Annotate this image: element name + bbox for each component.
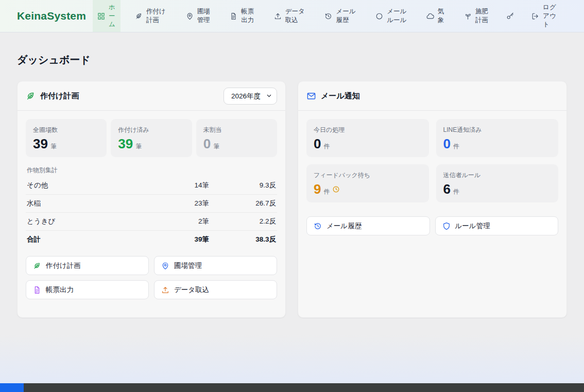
nav-item-field-management[interactable]: 圃場管理 [181,0,216,32]
nav-item-label: メール履歴 [336,7,356,25]
planting-quick-links: 作付け計画 圃場管理 帳票出力 データ取込 [26,256,277,299]
upload-icon [274,12,282,20]
stat-sender-rules: 送信者ルール 6 件 [436,164,559,202]
button-label: 作付け計画 [46,261,81,270]
stat-label: 作付け済み [118,126,184,134]
stat-planted-fields: 作付け済み 39 筆 [111,119,192,157]
cards-row: 作付け計画 2026年度 全圃場数 39 筆 [17,81,567,318]
field-stats-row: 全圃場数 39 筆 作付け済み 39 筆 未割当 [26,119,277,157]
stat-unit: 件 [323,142,330,151]
nav-menu: ホーム 作付け計画 圃場管理 帳票出力 データ取込 メール履歴 メールルール [93,0,584,32]
rule-management-button[interactable]: ルール管理 [435,216,559,235]
nav-item-label: ログアウト [543,3,557,29]
stat-label: LINE通知済み [443,126,552,134]
mail-stats-grid: 今日の処理 0 件 LINE通知済み 0 件 フ [306,119,558,202]
top-navbar: KeinaSystem ホーム 作付け計画 圃場管理 帳票出力 データ取込 メー… [0,0,584,32]
document-icon [230,12,237,20]
cloud-icon [426,12,434,20]
circle-icon [375,12,383,20]
nav-item-mail-rules[interactable]: メールルール [371,0,412,32]
leaf-icon [26,91,36,101]
key-icon [506,12,514,20]
button-label: 圃場管理 [174,261,202,270]
stat-today-processed: 今日の処理 0 件 [306,119,429,157]
planting-plan-card-body: 全圃場数 39 筆 作付け済み 39 筆 未割当 [18,111,285,308]
stat-value: 0 [203,137,211,150]
stat-line-notified: LINE通知済み 0 件 [436,119,559,157]
year-select-wrap: 2026年度 [224,88,277,105]
button-label: 帳票出力 [46,285,74,295]
stat-unit: 筆 [213,142,219,151]
bottom-taskbar [0,383,584,392]
crop-name: 水稲 [27,199,147,208]
mail-card-header: メール通知 [298,81,566,111]
stat-total-fields: 全圃場数 39 筆 [26,119,107,157]
planting-plan-card: 作付け計画 2026年度 全圃場数 39 筆 [17,81,286,318]
button-label: ルール管理 [455,221,490,231]
planting-plan-button[interactable]: 作付け計画 [26,256,149,275]
table-row: その他 14筆 9.3反 [26,177,277,195]
stat-unit: 筆 [135,142,142,151]
stat-unit: 件 [453,142,459,151]
nav-item-report-output[interactable]: 帳票出力 [225,0,260,32]
main-content: ダッシュボード 作付け計画 2026年度 全圃場数 [0,32,584,383]
nav-item-label: 施肥計画 [475,7,489,25]
stat-feedback-waiting: フィードバック待ち 9 件 [306,164,429,202]
leaf-icon [135,12,143,20]
button-label: メール履歴 [327,221,362,231]
nav-item-label: 作付け計画 [146,7,167,25]
map-pin-icon [186,12,194,20]
report-output-button[interactable]: 帳票出力 [26,280,149,299]
brand-logo[interactable]: KeinaSystem [0,0,93,32]
year-select[interactable]: 2026年度 [224,88,277,105]
table-row: 水稲 23筆 26.7反 [26,195,277,213]
stat-value: 0 [314,137,321,150]
crop-area: 26.7反 [209,199,276,208]
data-import-button[interactable]: データ取込 [154,280,277,299]
nav-item-data-import[interactable]: データ取込 [269,0,311,32]
leaf-icon [33,262,41,270]
crop-summary-heading: 作物別集計 [27,166,276,175]
nav-item-mail-history[interactable]: メール履歴 [320,0,361,32]
history-icon [314,222,322,230]
sprout-icon [464,12,472,20]
nav-item-logout[interactable]: ログアウト [527,0,561,32]
clock-icon [332,185,340,193]
stat-label: 未割当 [203,126,270,134]
history-icon [324,12,332,20]
planting-plan-card-header: 作付け計画 2026年度 [18,81,285,111]
password-key-button[interactable] [503,0,517,32]
crop-summary-table: その他 14筆 9.3反 水稲 23筆 26.7反 とうきび 2筆 2.2反 [26,177,277,248]
stat-unit: 件 [453,188,459,196]
crop-count: 39筆 [147,235,209,244]
mail-notification-card: メール通知 今日の処理 0 件 LINE通知済み 0 [298,81,567,318]
crop-count: 23筆 [147,199,209,208]
stat-value: 6 [443,182,451,196]
field-management-button[interactable]: 圃場管理 [154,256,277,275]
nav-item-weather[interactable]: 気象 [422,0,450,32]
stat-value: 39 [33,137,48,150]
nav-item-label: メールルール [387,7,407,25]
stat-label: 全圃場数 [33,126,99,134]
stat-unassigned-fields: 未割当 0 筆 [196,119,277,157]
stat-value: 0 [443,137,451,150]
nav-item-label: 気象 [438,7,445,25]
mail-history-button[interactable]: メール履歴 [306,216,430,235]
nav-item-fertilization-plan[interactable]: 施肥計画 [459,0,494,32]
upload-icon [161,286,169,294]
mail-card-body: 今日の処理 0 件 LINE通知済み 0 件 フ [298,111,566,244]
crop-area: 38.3反 [209,235,276,244]
nav-item-planting-plan[interactable]: 作付け計画 [130,0,171,32]
crop-area: 2.2反 [209,217,276,226]
document-icon [33,286,41,294]
card-title: メール通知 [321,91,558,101]
crop-name: 合計 [27,235,147,244]
button-label: データ取込 [174,285,209,295]
crop-name: その他 [27,181,147,190]
scroll-thumb[interactable] [0,383,24,392]
nav-item-label: 帳票出力 [241,7,255,25]
page-title: ダッシュボード [17,53,567,67]
nav-item-label: 圃場管理 [197,7,211,25]
nav-item-home[interactable]: ホーム [93,0,121,32]
mail-quick-links: メール履歴 ルール管理 [306,216,558,235]
